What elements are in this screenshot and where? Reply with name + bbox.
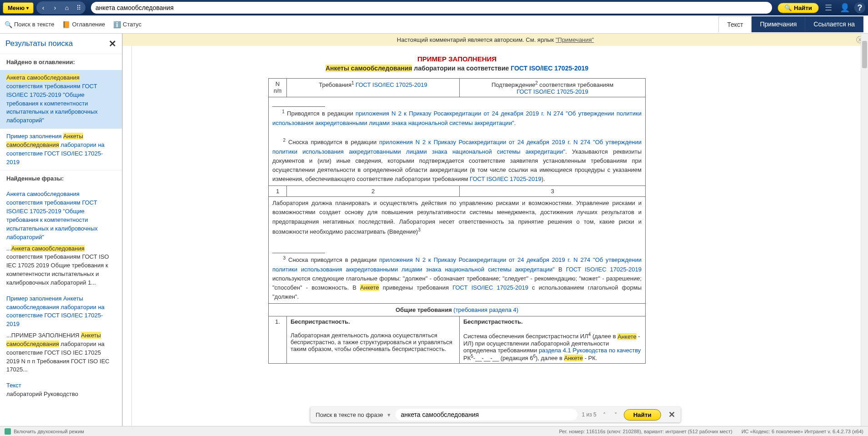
- global-find-button[interactable]: 🔍Найти: [778, 3, 819, 13]
- doc-scroll[interactable]: ПРИМЕР ЗАПОЛНЕНИЯ Анкеты самообследовани…: [123, 46, 868, 426]
- menu-button[interactable]: Меню: [3, 2, 34, 14]
- row1-b3-mid1: (далее в: [591, 333, 617, 340]
- search-in-text-button[interactable]: 🔍Поиск в тексте: [5, 21, 55, 28]
- notice-bar: Настоящий комментарий является авторским…: [123, 34, 868, 46]
- content-area: Настоящий комментарий является авторским…: [123, 34, 868, 426]
- title2-hl: Анкеты самообследования: [326, 65, 412, 72]
- row1-h2: Беспристрастность.: [291, 318, 350, 325]
- global-search-input[interactable]: [95, 4, 768, 11]
- findbar-count: 1 из 5: [582, 411, 596, 418]
- find-prev-icon[interactable]: ˄: [601, 411, 608, 418]
- fn3-hl: Анкете: [360, 284, 379, 291]
- ph2-pre: ...ПРИМЕР ЗАПОЛНЕНИЯ: [6, 332, 81, 339]
- ph1-pre: ...: [6, 245, 11, 252]
- apps-icon[interactable]: ⠿: [73, 2, 85, 13]
- h-col2-pre: Требования: [319, 81, 351, 88]
- tab-notes[interactable]: Примечания: [752, 16, 805, 32]
- rnum-2: 2: [287, 186, 460, 197]
- phrase-result-1[interactable]: Анкета самообследования соответствия тре…: [0, 186, 122, 291]
- title2-mid: лаборатории на соответствие: [412, 65, 511, 72]
- find-in-page-bar: Поиск в тексте по фразе ▾ 1 из 5 ˄ ˅ Най…: [310, 407, 680, 422]
- h-col3-post: соответствия требованиям: [538, 81, 613, 88]
- hamburger-icon[interactable]: ☰: [822, 1, 835, 14]
- fn3-link3[interactable]: ГОСТ ISO/IEC 17025-2019: [452, 284, 528, 291]
- toc1-rest: соответствия требованиям ГОСТ ISO/IEC 17…: [6, 83, 98, 124]
- h-col1b: п/п: [274, 87, 282, 94]
- status-reg: Рег. номер: 116116s (ключ: 210288), вари…: [559, 429, 733, 434]
- toc-result-1[interactable]: Анкета самообследования соответствия тре…: [0, 70, 122, 129]
- title2-link[interactable]: ГОСТ ISO/IEC 17025-2019: [511, 65, 588, 72]
- fn2-pre: Сноска приводится в редакции: [288, 139, 379, 146]
- findbar-find-button[interactable]: Найти: [624, 409, 661, 421]
- toc-label: Оглавление: [72, 21, 105, 28]
- requirements-table: Nп/п Требования1 ГОСТ ISO/IEC 17025-2019…: [268, 78, 646, 364]
- chevron-down-icon[interactable]: ▾: [387, 411, 391, 418]
- fn3-link2[interactable]: ГОСТ ISO/IEC 17025-2019: [566, 266, 642, 273]
- back-icon[interactable]: ‹: [37, 2, 49, 13]
- fn3-post1: В: [555, 266, 566, 273]
- fn3-post3: приведены требования: [379, 284, 453, 291]
- status-label: Статус: [123, 21, 141, 28]
- fn3-pre: Сноска приводится в редакции: [288, 257, 379, 264]
- sidebar: Результаты поиска ✕ Найдено в оглавлении…: [0, 34, 123, 426]
- row1-b3-hl2: Анкете: [564, 355, 583, 361]
- row1-b3-mid6: - РК.: [583, 355, 597, 361]
- ph3-link: Текст: [6, 381, 115, 390]
- phrase-result-3[interactable]: Текст лабораторий Руководство: [0, 378, 122, 402]
- notice-text: Настоящий комментарий является авторским…: [397, 36, 556, 43]
- row1-num: 1.: [269, 316, 287, 364]
- h-col3-pre: Подтверждение: [492, 81, 535, 88]
- ph1-link: Анкета самообследования соответствия тре…: [6, 190, 115, 241]
- row1-b3-mid5: ), далее в: [536, 355, 564, 361]
- notice-link[interactable]: "Примечания": [556, 36, 594, 43]
- footnotes-block-1: ________________ 1 Приводятся в редакции…: [269, 97, 646, 186]
- scroll-thumb[interactable]: [862, 46, 867, 68]
- profile-icon[interactable]: 👤: [838, 1, 852, 14]
- doc-title-2: Анкеты самообследования лаборатории на с…: [268, 65, 646, 72]
- ph1-hl: Анкета самообследования: [11, 245, 85, 252]
- row1-b3-pre: Система обеспечения беспристрастности ИЛ: [463, 333, 588, 340]
- h-col3-link[interactable]: ГОСТ ISO/IEC 17025-2019: [517, 88, 588, 95]
- vertical-scrollbar[interactable]: [861, 46, 868, 426]
- row1-b3-link[interactable]: раздела 4.1 Руководства по качеству: [539, 347, 641, 354]
- para-risks: Лаборатория должна планировать и осущест…: [269, 197, 646, 304]
- find-next-icon[interactable]: ˅: [612, 411, 619, 418]
- search-wrap: [91, 2, 772, 14]
- dual-window-label[interactable]: Включить двухоконный режим: [14, 429, 84, 434]
- section-general: Общие требования (требования раздела 4): [269, 304, 646, 316]
- phrase-result-2[interactable]: Пример заполнения Анкеты самообследовани…: [0, 291, 122, 378]
- h-col2-link[interactable]: ГОСТ ISO/IEC 17025-2019: [356, 81, 427, 88]
- found-in-toc-header: Найдено в оглавлении:: [0, 54, 122, 70]
- findbar-input[interactable]: [395, 409, 577, 421]
- sec-general-link[interactable]: (требования раздела 4): [453, 306, 518, 313]
- status-button[interactable]: ℹ️Статус: [113, 21, 141, 28]
- home-icon[interactable]: ⌂: [61, 2, 73, 13]
- close-sidebar-icon[interactable]: ✕: [109, 38, 116, 49]
- found-phrases-header: Найденные фразы:: [0, 170, 122, 186]
- tab-refs[interactable]: Ссылается на: [805, 16, 863, 32]
- forward-icon[interactable]: ›: [49, 2, 61, 13]
- row1-b3-mid4: -__-__-__ (редакция 6: [473, 355, 533, 361]
- find-label: Найти: [794, 5, 812, 11]
- dual-window-icon[interactable]: [5, 428, 11, 435]
- ph1-post: соответствия требованиям ГОСТ ISO IEC 17…: [6, 253, 109, 286]
- fn2-post2: ).: [542, 175, 545, 182]
- tab-text[interactable]: Текст: [718, 16, 752, 32]
- top-toolbar: Меню ‹ › ⌂ ⠿ 🔍Найти ☰ 👤 ?: [0, 0, 868, 15]
- book-icon: 📙: [63, 21, 70, 28]
- doc-page: ПРИМЕР ЗАПОЛНЕНИЯ Анкеты самообследовани…: [132, 46, 868, 426]
- row1-body2: Лабораторная деятельность должна осущест…: [291, 332, 452, 352]
- info-warning-icon: ℹ️: [113, 21, 120, 28]
- toc-result-2[interactable]: Пример заполнения Анкеты самообследовани…: [0, 129, 122, 170]
- findbar-close-icon[interactable]: ✕: [668, 410, 675, 420]
- sec-general-pre: Общие требования: [396, 306, 453, 313]
- ph3-post: лабораторий Руководство: [6, 390, 115, 399]
- status-sys: ИС «Кодекс: 6 поколение» Интранет v. 6.4…: [742, 429, 863, 434]
- toc-button[interactable]: 📙Оглавление: [63, 21, 105, 28]
- rnum-1: 1: [269, 186, 287, 197]
- doc-tabs: Текст Примечания Ссылается на: [718, 16, 863, 32]
- fn2-link2[interactable]: ГОСТ ISO/IEC 17025-2019: [470, 175, 542, 182]
- help-icon[interactable]: ?: [854, 2, 865, 13]
- row1-h3: Беспристрастность.: [463, 318, 523, 325]
- row1-b3-mid3: РК: [463, 355, 471, 361]
